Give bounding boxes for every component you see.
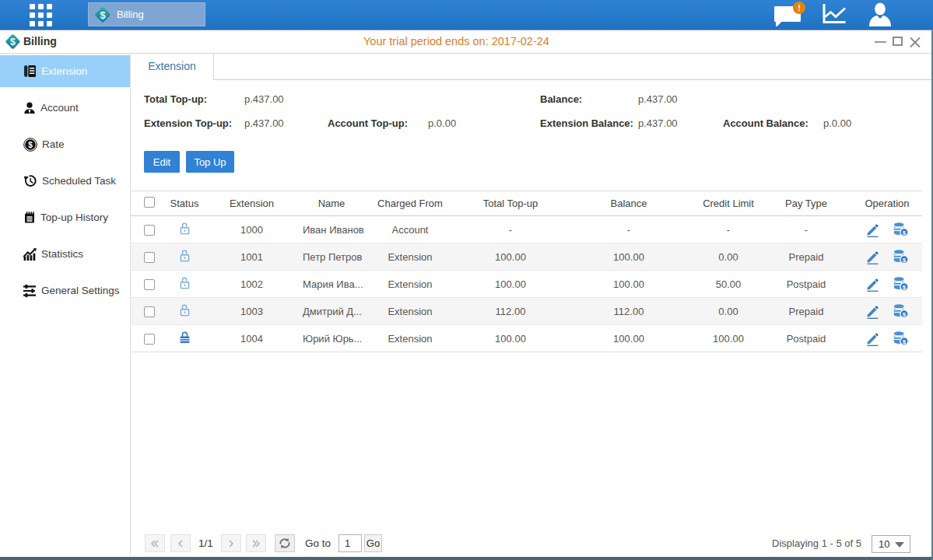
svg-text:$: $ bbox=[10, 37, 16, 47]
svg-text:$: $ bbox=[903, 338, 907, 345]
svg-text:!: ! bbox=[798, 3, 801, 12]
svg-text:$: $ bbox=[903, 229, 907, 236]
svg-text:$: $ bbox=[903, 257, 907, 264]
svg-text:$: $ bbox=[903, 311, 907, 318]
svg-text:$: $ bbox=[903, 284, 907, 291]
svg-text:$: $ bbox=[28, 140, 33, 149]
svg-text:$: $ bbox=[100, 9, 106, 20]
